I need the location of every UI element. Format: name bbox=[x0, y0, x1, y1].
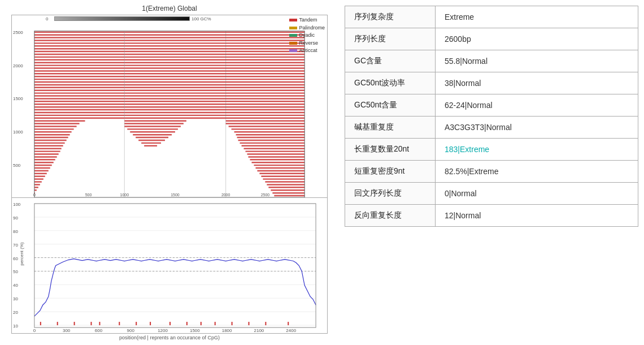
svg-text:300: 300 bbox=[63, 328, 71, 333]
chart-title: 1(Extreme) Global bbox=[142, 5, 197, 12]
svg-rect-174 bbox=[91, 322, 92, 325]
table-row: GC50nt含量62-24|Normal bbox=[345, 94, 638, 117]
svg-text:1800: 1800 bbox=[222, 328, 232, 333]
svg-text:10: 10 bbox=[13, 324, 18, 329]
table-row: 回文序列长度0|Normal bbox=[345, 183, 638, 205]
svg-text:2500: 2500 bbox=[261, 193, 270, 197]
gc-bar bbox=[54, 16, 190, 21]
row-label: 回文序列长度 bbox=[345, 183, 436, 205]
row-value: 183|Extreme bbox=[436, 139, 638, 161]
svg-text:1200: 1200 bbox=[158, 328, 168, 333]
table-row: 碱基重复度A3C3G3T3|Normal bbox=[345, 117, 638, 139]
svg-text:1500: 1500 bbox=[190, 328, 200, 333]
svg-text:500: 500 bbox=[13, 163, 21, 168]
svg-rect-185 bbox=[265, 322, 266, 325]
svg-text:1500: 1500 bbox=[171, 193, 180, 197]
table-row: 序列长度2600bp bbox=[345, 28, 638, 50]
svg-text:1500: 1500 bbox=[13, 96, 23, 101]
svg-rect-180 bbox=[186, 322, 188, 325]
table-row: 序列复杂度Extreme bbox=[345, 6, 638, 28]
row-label: 长重复数量20nt bbox=[345, 139, 436, 161]
svg-text:50: 50 bbox=[13, 269, 18, 274]
row-label: GC50nt波动率 bbox=[345, 72, 436, 94]
svg-rect-184 bbox=[249, 322, 250, 325]
row-label: 碱基重复度 bbox=[345, 117, 436, 139]
svg-rect-173 bbox=[74, 322, 75, 325]
svg-text:500: 500 bbox=[85, 193, 92, 197]
gc-bar-start-label: 0 bbox=[46, 16, 48, 21]
row-label: 短重复密度9nt bbox=[345, 161, 436, 183]
row-value: 2600bp bbox=[436, 28, 638, 50]
row-label: 序列长度 bbox=[345, 28, 436, 50]
svg-text:90: 90 bbox=[13, 215, 18, 221]
svg-rect-186 bbox=[288, 322, 289, 325]
row-value: A3C3G3T3|Normal bbox=[436, 117, 638, 139]
row-label: 序列复杂度 bbox=[345, 6, 436, 28]
svg-text:2500: 2500 bbox=[13, 30, 23, 35]
row-value: 82.5%|Extreme bbox=[436, 161, 638, 183]
svg-rect-179 bbox=[169, 322, 171, 325]
svg-rect-175 bbox=[99, 322, 100, 325]
svg-text:600: 600 bbox=[95, 328, 103, 333]
svg-text:20: 20 bbox=[13, 310, 18, 315]
svg-rect-181 bbox=[201, 322, 202, 325]
svg-text:1000: 1000 bbox=[120, 193, 129, 197]
svg-rect-177 bbox=[136, 322, 137, 325]
svg-text:900: 900 bbox=[127, 328, 135, 333]
row-label: GC50nt含量 bbox=[345, 94, 436, 117]
svg-rect-187 bbox=[34, 204, 316, 327]
table-row: GC50nt波动率38|Normal bbox=[345, 72, 638, 94]
svg-text:0: 0 bbox=[33, 193, 36, 197]
svg-rect-178 bbox=[150, 322, 151, 325]
row-value: 38|Normal bbox=[436, 72, 638, 94]
table-row: 反向重复长度12|Normal bbox=[345, 205, 638, 227]
row-value: 0|Normal bbox=[436, 183, 638, 205]
svg-rect-182 bbox=[215, 322, 216, 325]
svg-rect-176 bbox=[119, 322, 120, 325]
dot-matrix-area: 0 100 GC% Tandem Palindrome Dyadic Rever… bbox=[11, 15, 328, 198]
right-panel: 序列复杂度Extreme序列长度2600bpGC含量55.8|NormalGC5… bbox=[339, 0, 644, 345]
svg-text:2100: 2100 bbox=[254, 328, 264, 333]
gc-bar-end-label: 100 GC% bbox=[192, 16, 211, 21]
svg-rect-183 bbox=[232, 322, 233, 325]
svg-rect-172 bbox=[57, 322, 58, 325]
svg-text:30: 30 bbox=[13, 296, 18, 301]
svg-text:80: 80 bbox=[13, 229, 18, 234]
table-row: GC含量55.8|Normal bbox=[345, 50, 638, 72]
legend: Tandem Palindrome Dyadic Reverse Anticca… bbox=[289, 16, 325, 55]
table-row: 长重复数量20nt183|Extreme bbox=[345, 139, 638, 161]
svg-text:100: 100 bbox=[13, 202, 21, 207]
gc-x-label: position(red | reprents an occurance of … bbox=[119, 335, 220, 340]
svg-text:1000: 1000 bbox=[13, 130, 23, 135]
left-panel: 1(Extreme) Global 0 100 GC% Tandem Palin… bbox=[0, 0, 339, 345]
info-table: 序列复杂度Extreme序列长度2600bpGC含量55.8|NormalGC5… bbox=[345, 6, 638, 227]
svg-text:70: 70 bbox=[13, 243, 18, 248]
row-value: 62-24|Normal bbox=[436, 94, 638, 117]
row-label: GC含量 bbox=[345, 50, 436, 72]
gc-chart-svg: 100 90 80 70 60 50 40 30 20 10 percent (… bbox=[12, 198, 327, 333]
svg-text:2000: 2000 bbox=[221, 193, 230, 197]
row-value: 55.8|Normal bbox=[436, 50, 638, 72]
svg-text:0: 0 bbox=[33, 328, 36, 333]
svg-text:2400: 2400 bbox=[286, 328, 296, 333]
row-value: 12|Normal bbox=[436, 205, 638, 227]
svg-rect-171 bbox=[40, 322, 41, 325]
row-value: Extreme bbox=[436, 6, 638, 28]
svg-text:60: 60 bbox=[13, 256, 18, 261]
row-label: 反向重复长度 bbox=[345, 205, 436, 227]
gc-chart-area: 100 90 80 70 60 50 40 30 20 10 percent (… bbox=[11, 198, 328, 334]
svg-text:40: 40 bbox=[13, 283, 18, 288]
table-row: 短重复密度9nt82.5%|Extreme bbox=[345, 161, 638, 183]
dot-matrix-svg: 2500 2000 1500 1000 500 bbox=[12, 25, 327, 197]
svg-text:2000: 2000 bbox=[13, 63, 23, 68]
svg-text:percent (%): percent (%) bbox=[19, 242, 24, 265]
